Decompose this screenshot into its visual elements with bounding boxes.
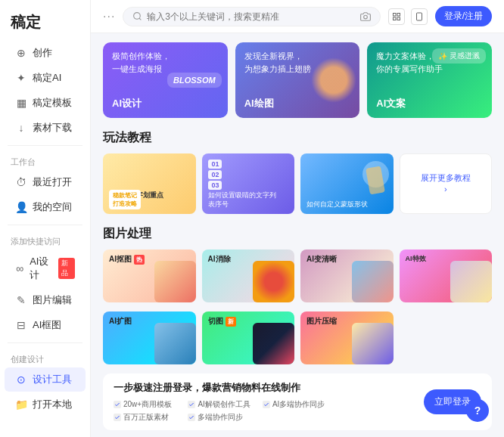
logo: 稿定 (0, 8, 90, 40)
sidebar-item-templates[interactable]: ▦稿定模板 (5, 91, 86, 115)
proc-card-ai-dog[interactable]: AI特效 (400, 249, 493, 302)
sidebar-item-design-tool[interactable]: ⊙设计工具 (5, 367, 86, 392)
proc-img-6 (253, 323, 294, 364)
sidebar-item-myspace[interactable]: 👤我的空间 (5, 195, 86, 219)
hero-card-1-text: 极简创作体验， 一键生成海报 (112, 50, 170, 75)
feature-2: AI解锁创作工具 (188, 399, 250, 410)
nav-label-download: 素材下载 (33, 121, 72, 135)
main-content: ··· 登录/注册 极简创作体验， 一键生成海报 BLOSSOM (91, 0, 504, 437)
sidebar: 稿定 ⊕创作✦稿定AI▦稿定模板↓素材下载 工作台 ⏱最近打开👤我的空间 添加快… (0, 0, 91, 437)
search-input[interactable] (147, 11, 355, 22)
quick-label-ai-diagram: AI框图 (33, 318, 61, 332)
proc-card-compress[interactable]: 图片压缩 (300, 311, 394, 364)
svg-point-2 (363, 15, 367, 19)
phone-icon[interactable] (411, 8, 428, 25)
icon-ai-diagram: ⊟ (15, 319, 27, 331)
workspace-label: 工作台 (0, 150, 90, 169)
tutorial-card-3[interactable]: 如何自定义蒙版形状 (300, 153, 394, 214)
nav-label-ai: 稿定AI (33, 71, 61, 85)
sidebar-item-ai-diagram[interactable]: ⊟AI框图 (5, 313, 86, 337)
nav-label-create: 创作 (33, 46, 52, 60)
tutorial-2-numbers: 01 02 03 (208, 160, 222, 190)
magic-deco: ✨ 灵感迸溅 (432, 48, 486, 64)
tutorial-card-expand[interactable]: 展开更多教程 › (400, 153, 493, 214)
more-button[interactable]: ··· (103, 10, 115, 23)
feature-4-icon (114, 414, 121, 421)
proc-card-expand[interactable]: AI扩图 (103, 311, 196, 364)
svg-rect-3 (393, 13, 396, 16)
bottom-banner: 一步极速注册登录，爆款营销物料在线制作 20w+商用模板 AI解锁创作工具 (103, 373, 492, 430)
hero-card-2-tag: AI绘图 (244, 97, 274, 110)
grid-icon[interactable] (388, 8, 405, 25)
face-deco (311, 57, 356, 103)
help-button[interactable]: ? (466, 399, 489, 422)
svg-rect-6 (397, 17, 400, 20)
tutorial-title: 玩法教程 (103, 130, 492, 146)
sidebar-divider-2 (8, 225, 82, 225)
sidebar-item-recent[interactable]: ⏱最近打开 (5, 170, 86, 194)
sidebar-item-ai[interactable]: ✦稿定AI (5, 66, 86, 90)
quick-label: 添加快捷访问 (0, 230, 90, 249)
search-icon (132, 11, 142, 21)
creation-label: 创建设计 (0, 348, 90, 367)
icon-create: ⊕ (15, 47, 27, 59)
proc-card-crop[interactable]: 切图 新 (202, 311, 295, 364)
icon-ai: ✦ (15, 72, 27, 84)
proc-label-7: 图片压缩 (306, 316, 337, 327)
banner-title: 一步极速注册登录，爆款营销物料在线制作 (114, 381, 325, 395)
hero-card-ai-copy[interactable]: 魔力文案体验， 你的专属写作助手 ✨ 灵感迸溅 AI文案 (367, 42, 492, 118)
blossom-deco: BLOSSOM (167, 73, 222, 88)
ws-label-recent: 最近打开 (33, 175, 72, 189)
proc-card-ai-bg[interactable]: AI抠图 热 (103, 249, 196, 302)
search-bar[interactable] (123, 7, 380, 26)
feature-3-icon (263, 401, 270, 408)
proc-card-ai-hd[interactable]: AI变清晰 (300, 249, 394, 302)
hero-card-ai-drawing[interactable]: 发现全新视界， 为想象力插上翅膀 AI绘图 (235, 42, 360, 118)
hero-banners: 极简创作体验， 一键生成海报 BLOSSOM AI设计 发现全新视界， 为想象力… (103, 42, 492, 118)
proc-card-ai-remove[interactable]: AI消除 (202, 249, 295, 302)
tutorial-card-2[interactable]: 如何设置吸睛的文字列 表序号 01 02 03 (202, 153, 295, 214)
tutorial-cards: 如何给文字划重点 排版技巧 稳款笔记打造攻略 如何设置吸睛的文字列 表序号 01… (103, 153, 492, 214)
icon-download: ↓ (15, 122, 27, 134)
header: ··· 登录/注册 (91, 0, 504, 33)
tutorial-card-1[interactable]: 如何给文字划重点 排版技巧 稳款笔记打造攻略 (103, 153, 196, 214)
processing-title: 图片处理 (103, 226, 492, 242)
nav-label-templates: 稿定模板 (33, 96, 72, 110)
icon-open-local: 📁 (15, 398, 27, 411)
feature-1: 20w+商用模板 (114, 399, 176, 410)
camera-icon[interactable] (360, 11, 371, 22)
quick-label-img-edit: 图片编辑 (33, 293, 72, 307)
proc-img-7 (352, 323, 394, 364)
proc-label-6: 切图 新 (208, 316, 236, 327)
icon-ai-design: ∞ (15, 262, 24, 274)
login-button[interactable]: 登录/注册 (435, 6, 492, 26)
sidebar-item-download[interactable]: ↓素材下载 (5, 116, 86, 140)
hero-card-ai-design[interactable]: 极简创作体验， 一键生成海报 BLOSSOM AI设计 (103, 42, 228, 118)
svg-point-0 (134, 13, 141, 20)
hero-card-1-tag: AI设计 (112, 97, 142, 110)
creation-label-design-tool: 设计工具 (33, 373, 72, 386)
icon-myspace: 👤 (15, 201, 27, 213)
badge-ai-design: 新品 (58, 258, 75, 279)
sidebar-item-create[interactable]: ⊕创作 (5, 41, 86, 65)
svg-rect-4 (397, 13, 400, 16)
proc-label-2: AI消除 (208, 254, 231, 265)
feature-3: AI多端协作同步 (263, 399, 325, 410)
proc-img-1 (154, 261, 196, 302)
processing-cards: AI抠图 热 AI消除 AI变清晰 AI特效 (103, 249, 492, 302)
icon-recent: ⏱ (15, 176, 27, 188)
banner-features: 20w+商用模板 AI解锁创作工具 AI多端协作同步 (114, 399, 325, 423)
svg-rect-5 (393, 17, 396, 20)
feature-2-icon (188, 401, 195, 408)
sidebar-item-ai-design[interactable]: ∞AI设计新品 (5, 249, 86, 287)
icon-templates: ▦ (15, 97, 27, 109)
sidebar-item-img-edit[interactable]: ✎图片编辑 (5, 288, 86, 312)
content-area: 极简创作体验， 一键生成海报 BLOSSOM AI设计 发现全新视界， 为想象力… (91, 33, 504, 437)
processing-cards-row2: AI扩图 切图 新 图片压缩 (103, 311, 492, 364)
feature-5: 多端协作同步 (188, 412, 250, 423)
hero-card-3-tag: AI文案 (376, 97, 406, 110)
sidebar-item-open-local[interactable]: 📁打开本地 (5, 392, 86, 417)
sidebar-divider-1 (8, 145, 82, 146)
svg-rect-7 (416, 13, 422, 20)
proc-label-4: AI特效 (406, 254, 426, 264)
